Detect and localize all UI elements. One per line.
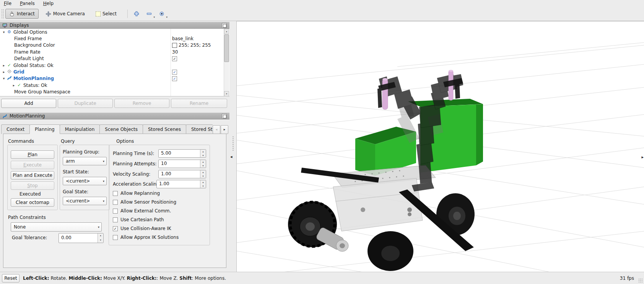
tree-row-clipped[interactable]: Move Group Namespace [0,89,229,95]
tree-row-frame-rate[interactable]: Frame Rate 30 [0,49,229,55]
remove-display-button[interactable]: Remove [114,99,169,108]
path-constraints-dropdown[interactable]: None▾ [11,222,102,232]
displays-panel-title: Displays [10,23,29,28]
goal-tolerance-spinbox[interactable]: 0.00 ▴▾ [59,233,104,243]
resize-grip[interactable] [638,278,643,283]
allow-sensor-positioning-checkbox[interactable]: Allow Sensor Positioning [113,199,176,205]
splitter-handle[interactable] [233,136,234,151]
expand-arrow-icon[interactable]: ▸ [2,64,6,67]
panel-splitter[interactable]: ◂ [229,21,236,272]
tab-scene-objects[interactable]: Scene Objects [99,124,143,134]
hand-icon [9,11,15,17]
spin-down-icon[interactable]: ▾ [200,174,206,178]
allow-approx-ik-checkbox[interactable]: Allow Approx IK Solutions [113,235,179,240]
velocity-scaling-spinbox[interactable]: 1.00 ▴▾ [158,170,206,178]
toolbar-separator [127,10,128,18]
tree-row-grid[interactable]: ▸ Grid ✓ [0,69,229,75]
goal-tolerance-label: Goal Tolerance: [12,235,47,240]
duplicate-display-button[interactable]: Duplicate [58,99,113,108]
collapse-panel-icon[interactable]: ▸ [641,155,644,160]
tree-row-motion-planning[interactable]: ▾ MotionPlanning ✓ [0,75,229,82]
displays-panel-titlebar[interactable]: Displays [0,22,229,29]
allow-replanning-checkbox[interactable]: Allow Replanning [113,191,160,196]
spin-up-icon[interactable]: ▴ [200,170,206,174]
expand-arrow-icon[interactable]: ▸ [11,83,16,87]
displays-float-button[interactable] [222,23,227,28]
goal-state-dropdown[interactable]: <current>▾ [63,197,107,205]
spin-down-icon[interactable]: ▾ [200,153,206,157]
focus-camera-tool-button[interactable]: ▾ [157,9,167,19]
motion-planning-panel-titlebar[interactable]: MotionPlanning [0,113,229,119]
toolbar-drag-handle[interactable] [1,9,4,19]
tree-row-default-light[interactable]: Default Light ✓ [0,55,229,62]
background-color-value[interactable]: 255; 255; 255 [172,42,211,49]
frame-rate-value[interactable]: 30 [172,49,178,55]
tree-row-fixed-frame[interactable]: Fixed Frame base_link [0,35,229,42]
spin-up-icon[interactable]: ▴ [98,233,103,238]
expand-arrow-icon[interactable]: ▾ [2,30,6,34]
tree-row-status-ok[interactable]: ▸ ✓ Status: Ok [0,82,229,88]
grid-checkbox[interactable]: ✓ [172,70,177,75]
color-swatch [172,43,177,48]
expand-arrow-icon[interactable]: ▸ [2,70,6,74]
acceleration-scaling-spinbox[interactable]: 1.00 ▴▾ [156,180,206,188]
tree-label: MotionPlanning [13,76,54,81]
menu-file[interactable]: File [4,1,11,6]
tab-context[interactable]: Context [1,124,30,134]
motion-planning-float-button[interactable] [222,114,227,119]
spin-down-icon[interactable]: ▾ [98,238,103,243]
plan-button[interactable]: Plan [11,150,54,159]
scrollbar-thumb[interactable] [224,34,229,62]
fixed-frame-value[interactable]: base_link [172,35,194,42]
scroll-up-icon[interactable]: ▴ [224,29,229,34]
focus-camera-icon [159,11,164,16]
menu-help[interactable]: Help [43,1,54,6]
tree-row-global-status[interactable]: ▸ ✓ Global Status: Ok [0,62,229,69]
tab-stored-states[interactable]: Stored Stat [186,124,213,134]
plus-tool-button[interactable] [132,9,141,19]
tab-planning[interactable]: Planning [29,124,60,134]
tree-row-background-color[interactable]: Background Color 255; 255; 255 [0,42,229,49]
tree-row-global-options[interactable]: ▾ ⚙ Global Options [0,29,229,35]
spin-up-icon[interactable]: ▴ [200,180,206,184]
held-cylinder-left[interactable] [382,78,388,109]
use-cartesian-path-checkbox[interactable]: Use Cartesian Path [113,217,164,222]
scroll-down-icon[interactable]: ▾ [224,91,229,96]
spin-up-icon[interactable]: ▴ [200,160,206,164]
move-camera-tool-button[interactable]: Move Camera [42,9,89,19]
motion-planning-tabs: Context Planning Manipulation Scene Obje… [1,124,213,134]
expand-arrow-icon[interactable]: ▾ [2,77,6,80]
plan-and-execute-button[interactable]: Plan and Execute [11,171,54,180]
3d-viewport[interactable]: ▸ [236,21,644,272]
planning-attempts-spinbox[interactable]: 10 ▴▾ [158,160,206,168]
spin-up-icon[interactable]: ▴ [200,150,206,153]
tree-scrollbar[interactable]: ▴ ▾ [224,29,229,96]
planning-time-spinbox[interactable]: 5.00 ▴▾ [158,149,206,158]
start-state-dropdown[interactable]: <current>▾ [63,177,107,185]
interact-tool-button[interactable]: Interact [5,9,39,19]
reset-button[interactable]: Reset [2,274,20,282]
tree-label: Default Light [14,56,44,61]
spin-down-icon[interactable]: ▾ [200,184,206,188]
rename-display-button[interactable]: Rename [171,99,227,108]
execute-button[interactable]: Execute [11,161,54,169]
minus-tool-button[interactable]: ▾ [144,9,154,19]
stop-button[interactable]: Stop [11,181,54,190]
tab-scroll-right-icon[interactable]: ▸ [221,125,228,134]
default-light-checkbox[interactable]: ✓ [172,56,177,61]
clear-octomap-button[interactable]: Clear octomap [11,198,54,207]
planning-group-dropdown[interactable]: arm▾ [63,157,107,165]
tab-scroll-left-icon[interactable]: ◂ [213,125,220,134]
tab-stored-scenes[interactable]: Stored Scenes [143,124,186,134]
tree-label: Move Group Namespace [14,89,70,95]
motion-planning-checkbox[interactable]: ✓ [172,76,177,81]
tab-manipulation[interactable]: Manipulation [60,124,100,134]
use-collision-aware-ik-checkbox[interactable]: ✓Use Collision-Aware IK [113,226,171,231]
menu-panels[interactable]: Panels [20,1,35,6]
allow-external-comm-checkbox[interactable]: Allow External Comm. [113,208,171,214]
spin-down-icon[interactable]: ▾ [200,164,206,168]
select-tool-button[interactable]: Select [92,9,120,19]
collapse-panel-icon[interactable]: ◂ [230,154,233,159]
add-display-button[interactable]: Add [1,99,56,108]
chevron-down-icon: ▾ [98,225,99,229]
